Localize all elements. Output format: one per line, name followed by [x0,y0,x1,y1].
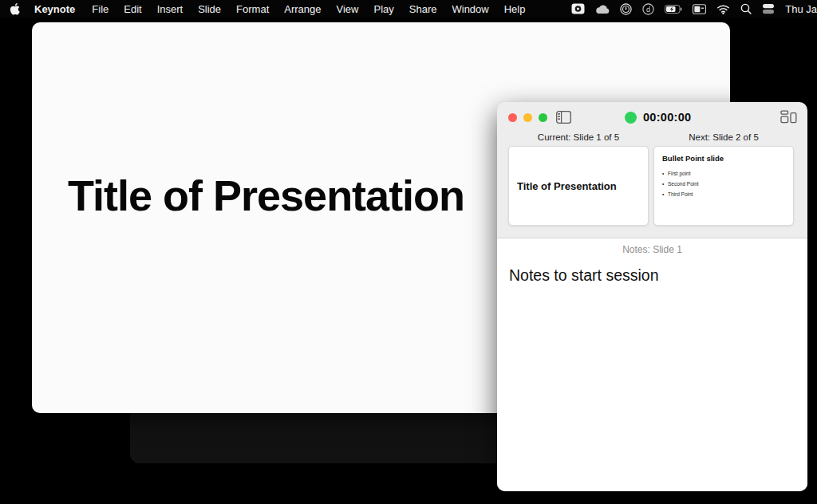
bullet-item: Third Point [662,191,785,197]
rehearsal-timer: 00:00:00 [625,111,691,124]
notes-panel: Notes: Slide 1 Notes to start session [497,238,807,491]
cloud-icon[interactable] [595,4,610,14]
menu-arrange[interactable]: Arrange [284,3,321,15]
menu-slide[interactable]: Slide [198,3,221,15]
search-icon[interactable] [740,3,752,14]
menu-file[interactable]: File [92,3,109,15]
menu-view[interactable]: View [337,3,359,15]
presenter-titlebar: 00:00:00 [497,102,807,132]
current-slide-label: Current: Slide 1 of 5 [508,132,649,142]
menu-bar-clock[interactable]: Thu Ja [785,3,817,15]
wifi-icon[interactable] [716,4,730,14]
next-slide-bullet-list: First point Second Point Third Point [662,171,785,197]
bullet-item: First point [662,171,785,176]
apple-menu-icon[interactable] [10,2,20,15]
menu-bar-status-area: d [571,3,817,15]
next-slide-thumbnail-title: Bullet Point slide [662,154,785,163]
app-menu-keynote[interactable]: Keynote [34,3,75,15]
zoom-button[interactable] [539,113,547,122]
current-slide-thumbnail-title: Title of Presentation [509,180,617,192]
circled-d-icon[interactable]: d [642,3,654,15]
timer-status-dot [625,112,637,124]
presenter-window: 00:00:00 Current: Slide 1 of 5 Next: Sli… [497,102,807,491]
menu-share[interactable]: Share [409,3,437,15]
slide-position-labels: Current: Slide 1 of 5 Next: Slide 2 of 5 [497,132,807,144]
control-center-icon[interactable] [762,3,775,14]
customize-display-icon[interactable] [780,110,797,124]
menu-insert[interactable]: Insert [157,3,184,15]
close-button[interactable] [508,113,517,122]
menu-play[interactable]: Play [373,3,393,15]
one-password-icon[interactable] [620,3,632,15]
battery-icon[interactable] [665,4,682,14]
svg-text:d: d [646,5,650,13]
menu-window[interactable]: Window [452,3,488,15]
display-icon[interactable] [693,4,706,14]
camera-icon[interactable] [571,3,585,14]
menu-help[interactable]: Help [504,3,526,15]
current-slide-thumbnail[interactable]: Title of Presentation [508,146,649,226]
slide-navigator-icon[interactable] [556,111,571,124]
menu-bar: Keynote File Edit Insert Slide Format Ar… [0,0,817,18]
next-slide-thumbnail[interactable]: Bullet Point slide First point Second Po… [653,146,794,226]
bullet-item: Second Point [662,181,785,187]
menu-format[interactable]: Format [236,3,269,15]
minimize-button[interactable] [523,113,532,122]
menu-edit[interactable]: Edit [124,3,141,15]
slide-title-text: Title of Presentation [68,171,464,220]
timer-value: 00:00:00 [643,111,691,124]
notes-text[interactable]: Notes to start session [509,266,807,285]
next-slide-label: Next: Slide 2 of 5 [653,132,794,142]
window-controls [508,113,547,122]
notes-header-label: Notes: Slide 1 [497,244,807,255]
